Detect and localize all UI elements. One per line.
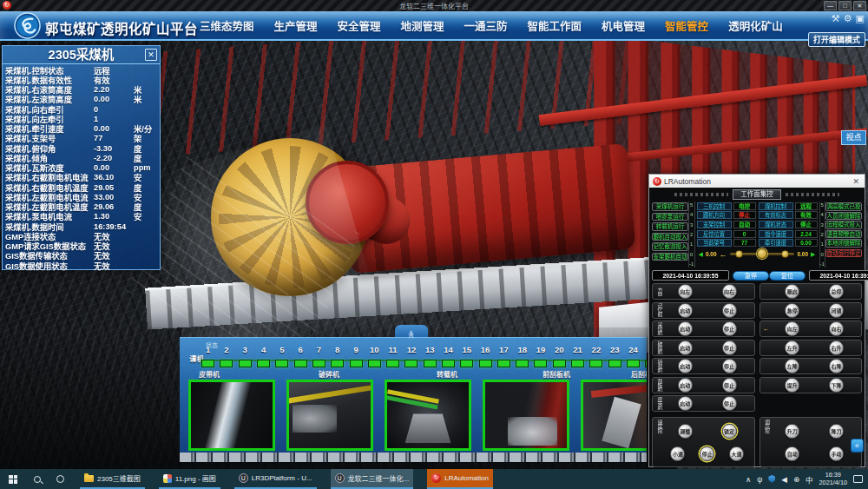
round-control-button[interactable]: 向右 xyxy=(829,321,844,336)
nav-menu-item[interactable]: 智能管控 xyxy=(665,17,708,34)
support-status-cell[interactable]: 14 xyxy=(439,345,457,371)
lrautomation-titlebar[interactable]: ↻ LRAutomation ✕ xyxy=(649,175,865,188)
close-button[interactable]: ✕ xyxy=(853,1,866,10)
mode-button[interactable]: 喷雾泵运行 xyxy=(652,213,688,221)
open-edit-mode-button[interactable]: 打开编辑模式 xyxy=(808,32,865,47)
support-status-cell[interactable]: 21 xyxy=(569,345,587,371)
mode-button[interactable]: 跟机自动投入 xyxy=(652,233,688,241)
support-status-cell[interactable]: 7 xyxy=(310,345,328,371)
network-globe-icon[interactable]: ⊕ xyxy=(793,475,799,484)
round-control-button[interactable]: 启动 xyxy=(678,396,693,411)
nav-menu-item[interactable]: 一通三防 xyxy=(464,17,508,34)
taskbar-item-paint[interactable]: 11.png - 画图 xyxy=(159,469,220,489)
round-control-button[interactable]: 总停 xyxy=(829,284,844,299)
mode-button[interactable]: 人员闭锁解除 xyxy=(825,212,862,221)
support-status-cell[interactable]: 4 xyxy=(254,345,273,371)
round-control-button[interactable]: 启动 xyxy=(678,303,693,318)
round-control-button[interactable]: 右降 xyxy=(829,359,844,373)
support-status-cell[interactable]: 19 xyxy=(531,345,549,371)
taskbar-item-lrautomation[interactable]: ↻ LRAutomation xyxy=(427,469,493,489)
round-control-button[interactable]: 停止 xyxy=(722,340,737,355)
round-control-button[interactable]: 停止 xyxy=(722,378,737,393)
round-control-button[interactable]: 向右 xyxy=(722,284,737,299)
round-control-button[interactable]: 闭锁 xyxy=(829,303,844,318)
support-status-cell[interactable]: 6 xyxy=(291,345,309,371)
mode-button[interactable]: 调高模式已投 xyxy=(825,202,862,211)
round-control-button[interactable]: 手动 xyxy=(829,446,844,461)
support-status-cell[interactable]: 5 xyxy=(273,345,291,371)
nav-menu-item[interactable]: 透明化矿山 xyxy=(728,17,783,34)
round-control-button[interactable]: 停止 xyxy=(722,359,737,373)
nav-menu-item[interactable]: 地测管理 xyxy=(401,17,444,34)
support-status-cell[interactable]: 24 xyxy=(624,345,642,371)
round-control-button[interactable]: 大速 xyxy=(729,446,744,461)
usb-icon[interactable]: ψ xyxy=(757,475,762,484)
gear-icon[interactable]: ⚙ xyxy=(844,13,852,24)
round-control-button[interactable]: 停止 xyxy=(722,321,737,336)
panel-close-icon[interactable]: ✕ xyxy=(145,49,157,61)
taskbar-item-screenshot-folder[interactable]: 2305三维截图 xyxy=(80,469,145,489)
ime-indicator[interactable]: 中 xyxy=(806,474,813,485)
support-status-cell[interactable]: 18 xyxy=(513,345,531,371)
round-control-button[interactable]: 停止 xyxy=(722,303,737,318)
taskbar-item-lr3dplatform[interactable]: U LR3DPlatform - U... xyxy=(234,469,317,489)
support-status-cell[interactable]: 25 xyxy=(642,345,647,371)
support-status-cell[interactable]: 9 xyxy=(346,345,365,371)
nav-menu-item[interactable]: 生产管理 xyxy=(274,17,318,34)
nav-menu-item[interactable]: 安全管理 xyxy=(338,17,381,34)
speaker-icon[interactable]: ◀ xyxy=(781,475,787,484)
camera-thumbnail[interactable] xyxy=(385,380,471,451)
support-status-cell[interactable]: 23 xyxy=(606,345,624,371)
round-control-button[interactable]: 启动 xyxy=(678,340,693,355)
support-status-cell[interactable]: 17 xyxy=(495,345,513,371)
support-status-cell[interactable]: 15 xyxy=(457,345,476,371)
thumbnail-filmstrip[interactable] xyxy=(180,453,647,462)
hidden-icons-chevron[interactable]: ∧ xyxy=(746,475,751,484)
restore-window-icon[interactable]: ▣ xyxy=(856,13,865,24)
round-control-button[interactable]: 向左 xyxy=(678,284,693,299)
taskbar-search-button[interactable] xyxy=(26,469,49,489)
slider-knob[interactable] xyxy=(781,250,789,258)
task-view-button[interactable] xyxy=(49,469,71,489)
support-status-cell[interactable]: 22 xyxy=(587,345,605,371)
mode-button[interactable]: 记忆截割投入 xyxy=(652,242,688,251)
notification-center-icon[interactable] xyxy=(853,475,863,483)
slider-knob-main[interactable] xyxy=(757,248,767,259)
support-status-cell[interactable]: 20 xyxy=(550,345,569,371)
support-status-cell[interactable]: 13 xyxy=(421,345,439,371)
support-status-cell[interactable]: 16 xyxy=(476,345,494,371)
camera-panel-collapse-tab[interactable]: ≪ xyxy=(395,325,428,337)
round-control-button[interactable]: 升刀 xyxy=(785,424,799,439)
round-control-button[interactable]: 启动 xyxy=(678,321,693,336)
support-status-cell[interactable]: 2 xyxy=(217,345,235,371)
defender-shield-icon[interactable] xyxy=(768,475,775,483)
mode-button[interactable]: 转载机运行 xyxy=(652,222,688,231)
round-control-button[interactable]: 顺启 xyxy=(785,284,799,299)
round-control-button[interactable]: 调整 xyxy=(678,424,693,439)
round-control-button[interactable]: 提升 xyxy=(785,378,799,393)
camera-thumbnail[interactable] xyxy=(188,380,275,451)
round-control-button[interactable]: 锁定 xyxy=(722,424,737,439)
round-control-button[interactable]: 下降 xyxy=(829,378,844,393)
support-status-cell[interactable]: 10 xyxy=(365,345,384,371)
camera-thumbnail[interactable] xyxy=(286,380,373,451)
support-status-cell[interactable]: 3 xyxy=(236,345,254,371)
maximize-button[interactable]: □ xyxy=(838,1,852,10)
support-status-cell[interactable]: 1 xyxy=(199,345,217,371)
round-control-button[interactable]: 左升 xyxy=(785,340,799,355)
emergency-stop-button[interactable]: 急停 xyxy=(733,271,769,281)
round-control-button[interactable]: 自动 xyxy=(785,446,799,461)
round-control-button[interactable]: 向左 xyxy=(785,321,799,336)
round-control-button[interactable]: 急停 xyxy=(785,303,799,318)
round-control-button[interactable]: 右升 xyxy=(829,340,844,355)
mode-button[interactable]: 语音预警启动 xyxy=(825,230,862,239)
mode-button[interactable]: 采煤机运行 xyxy=(652,202,688,211)
minimize-button[interactable]: — xyxy=(824,1,837,10)
workface-control-tab[interactable]: 工作面集控 xyxy=(733,189,781,200)
slider-knob[interactable] xyxy=(735,250,743,258)
nav-menu-item[interactable]: 机电管理 xyxy=(602,17,645,34)
viewpoint-tab[interactable]: 视点 xyxy=(841,130,866,145)
mode-button[interactable]: 本地闭锁解除 xyxy=(825,239,862,248)
collapse-panel-button[interactable]: « xyxy=(851,439,864,453)
reset-button[interactable]: 复位 xyxy=(769,271,806,281)
